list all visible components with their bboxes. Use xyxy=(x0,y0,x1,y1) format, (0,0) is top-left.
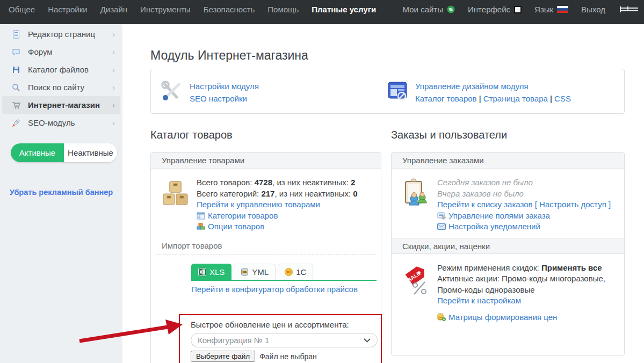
sidebar-item-label: Каталог файлов xyxy=(28,65,89,74)
discounts-row: SALE Режим применения скидок: Применять … xyxy=(392,254,624,329)
products-summary-row: Всего товаров: 4728, из них неактивных: … xyxy=(151,169,381,238)
module-quick-links-box: Настройки модуля SEO настройки Управлени… xyxy=(150,69,625,114)
sale-tag-icon: SALE xyxy=(402,263,432,323)
tools-icon xyxy=(161,80,183,105)
floppy-icon xyxy=(12,66,21,74)
sidebar-item-label: Поиск по сайту xyxy=(28,83,84,92)
configuration-select-value: Конфигурация № 1 xyxy=(198,336,269,345)
chevron-right-icon: › xyxy=(112,66,115,74)
admin-page: Общее Настройки Дизайн Инструменты Безоп… xyxy=(0,0,644,363)
import-products-header: Импорт товаров xyxy=(162,241,381,250)
catalog-section-heading: Каталог товаров xyxy=(150,129,233,141)
orders-panel: Управление заказами Сегодня заказов не б… xyxy=(391,152,625,355)
module-settings-link[interactable]: Настройки модуля xyxy=(190,82,259,91)
choose-file-button[interactable]: Выберите файл xyxy=(191,351,255,362)
design-icon xyxy=(387,80,409,105)
design-management-link[interactable]: Управление дизайном модуля xyxy=(415,82,529,91)
chevron-down-icon xyxy=(364,336,371,344)
quick-update-label: Быстрое обновление цен и ассортимента: xyxy=(191,320,381,329)
sidebar-item-online-store[interactable]: Интернет-магазин › xyxy=(2,96,120,114)
nav-general[interactable]: Общее xyxy=(2,4,41,15)
seo-settings-link[interactable]: SEO настройки xyxy=(190,94,247,103)
chevron-right-icon: › xyxy=(112,119,115,127)
separator: | xyxy=(479,94,481,103)
order-fields-icon xyxy=(437,212,446,220)
svg-text:YML: YML xyxy=(243,271,247,273)
chevron-right-icon: › xyxy=(112,101,115,110)
order-fields-link[interactable]: Управление полями заказа xyxy=(448,210,550,222)
products-management-header: Управление товарами xyxy=(151,153,381,169)
sidebar-item-seo-module[interactable]: SEO-модуль › xyxy=(0,114,122,132)
page-icon xyxy=(12,30,21,39)
nav-design[interactable]: Дизайн xyxy=(94,4,134,15)
sidebar-item-label: Редактор страниц xyxy=(28,30,95,39)
nav-left-group: Общее Настройки Дизайн Инструменты Безоп… xyxy=(2,4,396,15)
price-matrix-link[interactable]: Матрицы формирования цен xyxy=(448,312,557,323)
file-status-text: Файл не выбран xyxy=(259,352,317,361)
sidebar-item-page-editor[interactable]: Редактор страниц › xyxy=(0,25,122,43)
configuration-select[interactable]: Конфигурация № 1 xyxy=(191,333,378,347)
tab-xls[interactable]: XLS xyxy=(191,264,231,280)
chevron-right-icon: › xyxy=(112,48,115,56)
nav-interface[interactable]: Интерфейс xyxy=(461,4,528,15)
active-filter-button[interactable]: Активные xyxy=(11,143,64,162)
sidebar-item-label: Интернет-магазин xyxy=(28,100,100,110)
orders-section-heading: Заказы и пользователи xyxy=(391,129,507,141)
nav-settings[interactable]: Настройки xyxy=(41,4,94,15)
design-css-link[interactable]: CSS xyxy=(554,94,571,103)
orders-summary-row: Сегодня заказов не было Вчера заказов не… xyxy=(392,169,624,238)
search-icon xyxy=(12,83,21,92)
nav-logout[interactable]: Выход xyxy=(575,4,612,15)
orders-today-status: Сегодня заказов не было xyxy=(437,177,611,188)
manage-products-link[interactable]: Перейти к управлению товарами xyxy=(197,200,320,209)
svg-text:1С: 1С xyxy=(286,270,292,274)
discount-settings-link[interactable]: Перейти к настройкам xyxy=(437,296,521,305)
product-categories-link[interactable]: Категории товаров xyxy=(208,210,278,222)
nav-paid-services[interactable]: Платные услуги xyxy=(305,4,382,15)
configure-access-link[interactable]: [ Настроить доступ ] xyxy=(535,200,611,209)
nav-tools[interactable]: Инструменты xyxy=(134,4,197,15)
design-management-block: Управление дизайном модуля Каталог товар… xyxy=(387,80,571,105)
price-configurator-link[interactable]: Перейти в конфигуратор обработки прайсов xyxy=(191,285,358,294)
nav-language[interactable]: Язык xyxy=(528,4,575,15)
sidebar: Редактор страниц › Форум › Каталог файло… xyxy=(0,24,122,363)
design-catalog-link[interactable]: Каталог товаров xyxy=(415,94,477,103)
mail-icon xyxy=(437,223,446,230)
notifications-settings-link[interactable]: Настройка уведомлений xyxy=(448,221,540,233)
inactive-filter-button[interactable]: Неактивные xyxy=(64,143,117,162)
forum-icon xyxy=(12,48,21,56)
orders-list-link[interactable]: Перейти к списку заказов xyxy=(437,200,533,209)
quick-update-highlight-box: Быстрое обновление цен и ассортимента: К… xyxy=(179,314,382,363)
sidebar-item-label: SEO-модуль xyxy=(28,118,75,127)
sidebar-item-label: Форум xyxy=(28,47,53,56)
tab-1c[interactable]: 1С 1C xyxy=(278,264,313,280)
nav-security[interactable]: Безопасность xyxy=(197,4,262,15)
sidebar-item-site-search[interactable]: Поиск по сайту › xyxy=(0,78,122,96)
product-options-link[interactable]: Опции товаров xyxy=(208,221,264,233)
coins-icon xyxy=(437,313,446,321)
1c-icon: 1С xyxy=(285,268,293,276)
cart-icon xyxy=(12,101,21,110)
clipboard-users-icon xyxy=(402,177,432,233)
file-input-row: Выберите файл Файл не выбран xyxy=(191,351,381,362)
remove-ad-banner-link[interactable]: Убрать рекламный баннер xyxy=(0,188,122,197)
theme-square-icon xyxy=(514,6,522,13)
tab-yml[interactable]: YML YML xyxy=(234,264,276,280)
nav-right-group: Мои сайты Интерфейс Язык Выход xyxy=(396,4,639,15)
nav-help[interactable]: Помощь xyxy=(261,4,305,15)
boxes-icon xyxy=(162,177,191,233)
sliders-icon[interactable] xyxy=(619,6,639,13)
nav-my-sites[interactable]: Мои сайты xyxy=(396,4,461,15)
xls-icon xyxy=(198,268,206,276)
active-inactive-toggle: Активные Неактивные xyxy=(11,143,117,162)
sidebar-item-file-catalog[interactable]: Каталог файлов › xyxy=(0,61,122,78)
module-settings-block: Настройки модуля SEO настройки xyxy=(161,80,259,105)
chevron-right-icon: › xyxy=(112,83,115,92)
main-content: Модуль Интернет-магазина Настройки модул… xyxy=(122,24,644,363)
sidebar-item-forum[interactable]: Форум › xyxy=(0,43,122,61)
import-tabs: XLS YML YML 1С 1C xyxy=(191,264,377,281)
orders-yesterday-status: Вчера заказов не было xyxy=(437,188,611,200)
page-title: Модуль Интернет-магазина xyxy=(150,48,308,63)
products-stats-line: Всего товаров: 4728, из них неактивных: … xyxy=(197,177,358,188)
design-product-page-link[interactable]: Страница товара xyxy=(483,94,548,103)
